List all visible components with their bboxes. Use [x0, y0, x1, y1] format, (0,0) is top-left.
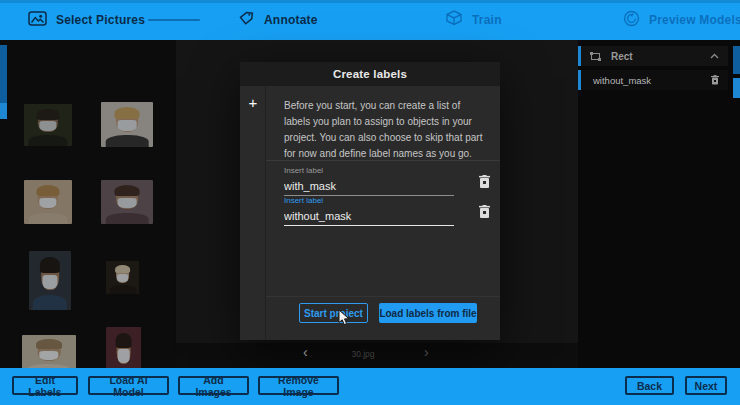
label-input[interactable]	[284, 179, 454, 196]
shape-type-label: Rect	[611, 51, 633, 62]
load-labels-from-file-button[interactable]: Load labels from file	[379, 303, 477, 323]
insert-label-caption: Insert label	[284, 166, 454, 175]
pictures-icon	[28, 11, 47, 30]
annotation-app: Select Pictures Annotate Train	[0, 0, 740, 405]
cube-icon	[445, 10, 463, 30]
create-labels-dialog: Create labels + Before you start, you ca…	[240, 62, 500, 340]
masked-person-photo	[24, 104, 72, 146]
step-annotate[interactable]: Annotate	[238, 0, 318, 40]
delete-label-icon[interactable]	[711, 75, 719, 85]
dialog-title: Create labels	[240, 62, 500, 86]
image-thumbnail[interactable]	[106, 261, 139, 294]
top-step-bar: Select Pictures Annotate Train	[0, 0, 740, 40]
preview-icon	[623, 10, 640, 31]
image-thumbnail[interactable]	[24, 104, 72, 146]
dialog-left-rail: +	[240, 86, 266, 340]
load-ai-model-button[interactable]: Load AI Model	[88, 376, 169, 395]
next-image-arrow[interactable]: ›	[424, 345, 429, 359]
labels-panel-header[interactable]: Rect	[578, 46, 728, 66]
label-field: Insert label	[284, 166, 454, 196]
divider	[266, 296, 500, 297]
right-panel-handle[interactable]	[733, 46, 740, 74]
dialog-description: Before you start, you can create a list …	[284, 98, 486, 162]
label-field: Insert label	[284, 196, 454, 226]
insert-label-caption: Insert label	[284, 196, 454, 205]
masked-person-photo	[101, 180, 153, 224]
label-list-item[interactable]: without_mask	[578, 70, 728, 90]
step-label: Annotate	[264, 13, 318, 27]
image-list-panel	[0, 40, 176, 368]
masked-person-photo	[24, 180, 72, 224]
delete-field-icon[interactable]	[479, 175, 490, 188]
label-name: without_mask	[593, 75, 651, 86]
left-panel-handle[interactable]	[0, 45, 7, 103]
remove-image-button[interactable]: Remove Image	[258, 376, 339, 395]
dialog-content: Before you start, you can create a list …	[266, 86, 500, 340]
add-label-button[interactable]: +	[240, 93, 266, 113]
image-thumbnail[interactable]	[101, 180, 153, 224]
add-images-button[interactable]: Add Images	[178, 376, 249, 395]
tag-icon	[238, 10, 255, 31]
previous-image-arrow[interactable]: ‹	[303, 345, 308, 359]
back-button[interactable]: Back	[625, 376, 674, 395]
bounding-box-icon	[590, 52, 601, 61]
step-train[interactable]: Train	[445, 0, 502, 40]
next-button[interactable]: Next	[685, 376, 727, 395]
step-select-pictures[interactable]: Select Pictures	[28, 0, 145, 40]
label-input[interactable]	[284, 209, 454, 226]
start-project-button[interactable]: Start project	[299, 303, 368, 323]
right-panel-handle-accent[interactable]	[733, 78, 740, 98]
edit-labels-button[interactable]: Edit Labels	[12, 376, 78, 395]
step-label: Select Pictures	[56, 13, 145, 27]
step-preview-models[interactable]: Preview Models	[623, 0, 740, 40]
current-filename: 30.jpg	[333, 349, 393, 359]
divider	[266, 160, 500, 161]
step-label: Preview Models	[649, 13, 740, 27]
image-thumbnail[interactable]	[29, 251, 71, 310]
dialog-body: + Before you start, you can create a lis…	[240, 86, 500, 340]
step-label: Train	[472, 13, 502, 27]
masked-person-photo	[29, 251, 71, 310]
delete-field-icon[interactable]	[479, 205, 490, 218]
step-divider	[148, 19, 200, 21]
masked-person-photo	[101, 102, 153, 147]
image-thumbnail[interactable]	[24, 180, 72, 224]
chevron-up-icon[interactable]	[710, 53, 719, 59]
masked-person-photo	[106, 261, 139, 294]
image-thumbnail[interactable]	[101, 102, 153, 147]
